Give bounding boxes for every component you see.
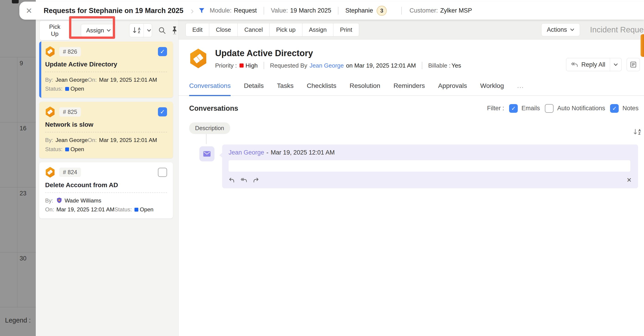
conversation-item: Jean George - Mar 19, 2025 12:01 AM ✕ (200, 144, 638, 188)
request-title: Update Active Directory (215, 48, 461, 58)
card-checkbox[interactable] (158, 47, 167, 56)
request-id: # 825 (59, 107, 81, 117)
tab-conversations[interactable]: Conversations (189, 82, 230, 96)
customer-value: Zylker MSP (440, 7, 472, 14)
priority-label: Priority : (215, 62, 237, 69)
card-checkbox[interactable] (158, 168, 167, 177)
reply-options-chevron[interactable] (610, 58, 622, 71)
request-card-825[interactable]: # 825 Network is slow By:Jean GeorgeOn:M… (39, 102, 173, 158)
assign-button[interactable]: Assign (302, 23, 334, 37)
filter-funnel-icon (198, 7, 205, 14)
on-label: On: (45, 206, 54, 213)
conversation-bubble: Jean George - Mar 19, 2025 12:01 AM ✕ (222, 144, 638, 188)
on-value: Mar 19, 2025 12:01 AM (99, 137, 157, 143)
sort-az-letters: AZ (638, 129, 641, 135)
status-label: Status: (114, 206, 132, 213)
conversation-sort-icon[interactable]: AZ (634, 129, 641, 135)
modal-title: Requests for Stephanie on 19 March 2025 (44, 7, 184, 15)
sla-indicator-strip (640, 34, 644, 57)
tab-approvals[interactable]: Approvals (438, 82, 467, 95)
on-label: On: (88, 77, 97, 83)
conversations-section-header: Conversations Filter : Emails Auto Notif… (179, 96, 644, 113)
section-title: Conversations (189, 104, 238, 112)
reply-all-icon[interactable] (240, 177, 247, 183)
detail-toolbar: Edit Close Cancel Pick up Assign Print A… (179, 20, 644, 40)
ticket-icon (45, 167, 55, 178)
reply-all-icon (571, 62, 578, 68)
status-square-icon (134, 208, 138, 212)
chevron-down-icon (147, 29, 151, 32)
request-title: Update Active Directory (45, 61, 167, 68)
pick-up-button[interactable]: Pick Up (40, 20, 70, 40)
filter-label: Filter : (487, 105, 504, 112)
divider (401, 7, 402, 15)
notes-checkbox[interactable] (610, 104, 619, 113)
status-square-icon (65, 87, 69, 91)
actions-button[interactable]: Actions (541, 23, 580, 36)
by-label: By: (45, 77, 53, 83)
priority-value: High (246, 62, 258, 69)
tab-worklog[interactable]: Worklog (480, 82, 504, 95)
tab-reminders[interactable]: Reminders (394, 82, 425, 95)
count-badge: 3 (377, 6, 387, 16)
request-card-824[interactable]: # 824 Delete Account from AD By:Wade Wil… (39, 162, 173, 218)
cancel-button[interactable]: Cancel (238, 23, 270, 37)
close-conversation-icon[interactable]: ✕ (626, 177, 632, 183)
sort-az-letters: AZ (138, 27, 140, 34)
emails-checkbox[interactable] (509, 104, 518, 113)
reply-all-split-button: Reply All (566, 58, 622, 71)
tab-details[interactable]: Details (244, 82, 264, 95)
email-envelope-icon (200, 146, 214, 161)
modal-overlay[interactable] (0, 0, 36, 336)
notes-button[interactable] (627, 58, 640, 71)
pin-icon[interactable] (171, 26, 178, 35)
shield-star-avatar (56, 197, 63, 204)
detail-tabs: Conversations Details Tasks Checklists R… (179, 82, 644, 96)
request-detail-panel: Edit Close Cancel Pick up Assign Print A… (179, 20, 644, 336)
chevron-right-icon: › (191, 6, 194, 15)
tab-tasks[interactable]: Tasks (277, 82, 294, 95)
description-chip[interactable]: Description (189, 122, 230, 134)
reply-icon[interactable] (228, 177, 235, 183)
search-icon[interactable] (158, 26, 166, 35)
requested-by-label: Requested By (270, 62, 307, 69)
sort-options-chevron[interactable] (144, 24, 152, 37)
billable-label: Billable : (428, 62, 450, 69)
divider (422, 62, 422, 69)
module-label: Module: (210, 7, 232, 14)
conversation-footer: ✕ (228, 177, 632, 183)
priority-square-icon (240, 63, 244, 68)
forward-icon[interactable] (253, 177, 259, 183)
note-icon (630, 61, 637, 68)
close-icon[interactable]: ✕ (26, 7, 32, 15)
status-label: Status: (45, 86, 62, 92)
sort-az-icon[interactable]: AZ (130, 24, 144, 37)
card-checkbox[interactable] (158, 107, 167, 116)
close-button[interactable]: Close (209, 23, 238, 37)
value-value: 19 March 2025 (290, 7, 331, 14)
conversation-author-link[interactable]: Jean George (228, 149, 264, 156)
request-id: # 826 (59, 47, 81, 56)
next-panel-title: Incident Reques (590, 25, 644, 34)
edit-button[interactable]: Edit (186, 23, 210, 37)
status-value: Open (140, 206, 153, 213)
divider (264, 62, 264, 69)
tab-resolution[interactable]: Resolution (350, 82, 380, 95)
tab-more[interactable]: ... (517, 82, 524, 95)
divider (45, 132, 167, 132)
requested-on: on Mar 19, 2025 12:01 AM (346, 62, 416, 69)
customer-label: Customer: (410, 7, 438, 14)
print-button[interactable]: Print (333, 23, 359, 37)
requester-link[interactable]: Jean George (310, 62, 344, 69)
description-chip-wrap: Description (189, 122, 230, 134)
auto-notifications-checkbox[interactable] (545, 104, 554, 113)
annotation-highlight-assign (69, 16, 115, 39)
status-value: Open (70, 146, 84, 152)
pick-up-button[interactable]: Pick up (269, 23, 302, 37)
person-name: Stephanie (345, 7, 373, 14)
request-card-826[interactable]: # 826 Update Active Directory By:Jean Ge… (39, 42, 173, 98)
request-id: # 824 (59, 167, 81, 177)
emails-label: Emails (522, 105, 540, 112)
tab-checklists[interactable]: Checklists (307, 82, 336, 95)
reply-all-button[interactable]: Reply All (566, 61, 610, 68)
